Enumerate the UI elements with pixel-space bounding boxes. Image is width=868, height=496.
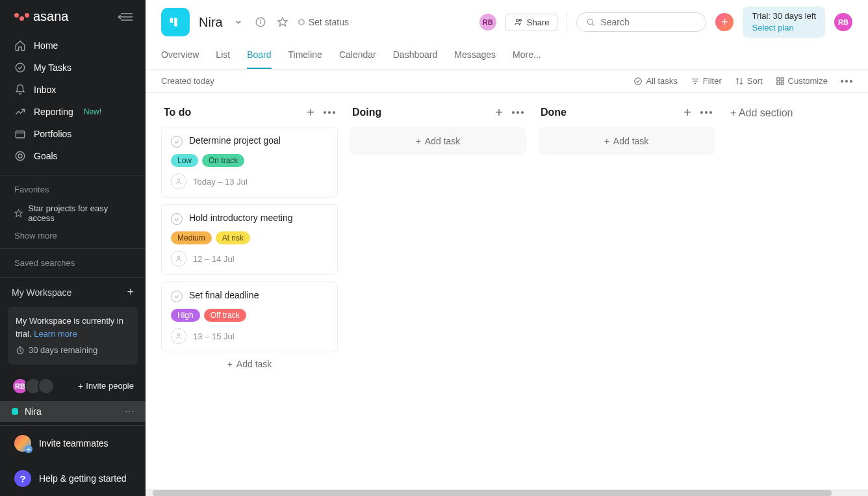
nav-inbox[interactable]: Inbox — [0, 79, 146, 101]
svg-point-16 — [260, 20, 261, 21]
invite-people-button[interactable]: + Invite people — [78, 381, 134, 391]
sidebar-project-nira[interactable]: Nira ⋯ — [0, 401, 146, 422]
customize-button[interactable]: Customize — [776, 76, 828, 86]
tag-medium: Medium — [171, 231, 212, 244]
task-tags: MediumAt risk — [171, 231, 328, 244]
tab-calendar[interactable]: Calendar — [339, 44, 376, 69]
clock-icon — [16, 346, 25, 355]
status-dot-icon — [298, 19, 305, 25]
tab-dashboard[interactable]: Dashboard — [393, 44, 438, 69]
add-task-icon[interactable]: + — [683, 106, 691, 119]
project-name: Nira — [199, 15, 223, 30]
add-section-button[interactable]: + Add section — [726, 105, 797, 478]
add-task-button[interactable]: +Add task — [161, 352, 338, 376]
asana-logo[interactable]: asana — [14, 9, 69, 24]
user-avatar[interactable]: RB — [834, 13, 852, 31]
nav-my-tasks[interactable]: My Tasks — [0, 57, 146, 79]
set-status-button[interactable]: Set status — [298, 17, 349, 27]
project-tabs: OverviewListBoardTimelineCalendarDashboa… — [146, 38, 868, 70]
sort-button[interactable]: Sort — [735, 76, 763, 86]
assignee-icon[interactable] — [171, 328, 186, 344]
member-avatar[interactable]: RB — [479, 14, 496, 31]
invite-teammates-button[interactable]: Invite teammates — [0, 426, 146, 461]
tab-timeline[interactable]: Timeline — [288, 44, 322, 69]
complete-check-icon[interactable] — [171, 136, 183, 148]
project-more-icon[interactable]: ⋯ — [125, 406, 134, 417]
add-task-button[interactable]: +Add task — [355, 132, 521, 150]
add-project-icon[interactable]: + — [127, 285, 134, 299]
tab-list[interactable]: List — [216, 44, 230, 69]
info-icon[interactable] — [254, 16, 267, 29]
task-tags: HighOff track — [171, 309, 328, 322]
assignee-icon[interactable] — [171, 251, 186, 267]
task-title: Hold introductory meeting — [189, 213, 293, 223]
svg-point-32 — [177, 333, 180, 336]
nav-portfolios[interactable]: Portfolios — [0, 123, 146, 145]
complete-check-icon[interactable] — [171, 291, 183, 302]
tab-overview[interactable]: Overview — [161, 44, 199, 69]
dots-icon — [841, 80, 852, 83]
select-plan-link[interactable]: Select plan — [752, 22, 816, 34]
favorites-hint: Star projects for easy access — [0, 200, 146, 227]
column-done: Done++Add task — [538, 105, 715, 478]
add-task-icon[interactable]: + — [307, 106, 314, 119]
sidebar: asana HomeMy TasksInboxReportingNew!Port… — [0, 0, 146, 496]
task-card[interactable]: Hold introductory meetingMediumAt risk12… — [161, 204, 338, 275]
add-task-icon[interactable]: + — [495, 106, 503, 119]
add-task-button[interactable]: +Add task — [543, 132, 709, 150]
home-icon — [14, 40, 26, 51]
horizontal-scrollbar[interactable] — [146, 489, 868, 496]
chart-icon — [14, 106, 26, 118]
tab-messages[interactable]: Messages — [454, 44, 496, 69]
assignee-icon[interactable] — [171, 174, 186, 189]
task-card[interactable]: Set final deadlineHighOff track13 – 15 J… — [161, 281, 338, 352]
column-to-do: To do+Determine project goalLowOn trackT… — [161, 105, 338, 478]
column-more-icon[interactable] — [324, 111, 335, 114]
nav-label: My Tasks — [34, 62, 71, 73]
nav-label: Reporting — [34, 107, 73, 117]
new-badge: New! — [84, 107, 101, 116]
svg-point-6 — [18, 154, 22, 158]
svg-rect-4 — [16, 131, 25, 138]
project-menu-chevron-icon[interactable] — [232, 16, 245, 29]
filter-button[interactable]: Filter — [691, 76, 722, 86]
nav-goals[interactable]: Goals — [0, 145, 146, 167]
favorites-title: Favorites — [0, 185, 146, 200]
tag-atrisk: At risk — [216, 231, 250, 244]
project-tile-icon[interactable] — [161, 8, 190, 36]
trial-notice: My Workspace is currently in trial. Lear… — [8, 307, 138, 365]
workspace-title[interactable]: My Workspace — [12, 287, 71, 298]
svg-line-10 — [20, 350, 21, 351]
task-date: Today – 13 Jul — [193, 177, 248, 187]
people-icon — [514, 18, 523, 27]
svg-point-5 — [16, 151, 25, 161]
complete-check-icon[interactable] — [171, 213, 183, 225]
learn-more-link[interactable]: Learn more — [34, 329, 77, 339]
collapse-sidebar-icon[interactable] — [118, 11, 134, 23]
global-create-button[interactable]: + — [715, 13, 734, 31]
task-card[interactable]: Determine project goalLowOn trackToday –… — [161, 127, 338, 198]
task-tags: LowOn track — [171, 154, 328, 167]
main-nav: HomeMy TasksInboxReportingNew!Portfolios… — [0, 31, 146, 171]
column-more-icon[interactable] — [512, 111, 524, 114]
more-options-button[interactable] — [841, 80, 852, 83]
search-box[interactable] — [576, 12, 706, 32]
tab-board[interactable]: Board — [247, 44, 271, 69]
show-more-link[interactable]: Show more — [0, 227, 146, 244]
main-area: Nira Set status RB Share + — [146, 0, 868, 496]
column-title: Done — [541, 107, 567, 118]
target-icon — [14, 150, 26, 162]
help-button[interactable]: ? Help & getting started — [0, 461, 146, 496]
share-button[interactable]: Share — [505, 14, 558, 31]
nav-reporting[interactable]: ReportingNew! — [0, 101, 146, 123]
nav-home[interactable]: Home — [0, 34, 146, 57]
star-icon[interactable] — [276, 16, 289, 29]
column-more-icon[interactable] — [700, 111, 712, 114]
board: To do+Determine project goalLowOn trackT… — [146, 93, 868, 489]
search-input[interactable] — [600, 17, 696, 27]
svg-rect-28 — [776, 82, 779, 85]
sidebar-project-label: Nira — [25, 406, 42, 417]
task-title: Set final deadline — [189, 290, 259, 300]
all-tasks-filter[interactable]: All tasks — [633, 76, 677, 86]
tab-more[interactable]: More... — [513, 44, 541, 69]
